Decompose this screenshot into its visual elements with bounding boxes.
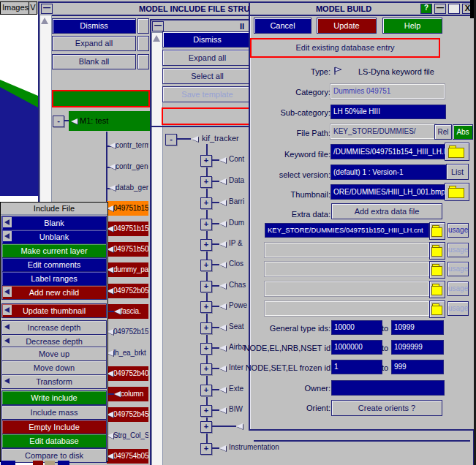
selection-filter-box[interactable] xyxy=(162,107,253,125)
menu-item-blank[interactable]: Blank xyxy=(1,216,107,230)
include-row[interactable]: 049752b45 xyxy=(107,407,148,422)
blank-all-button[interactable]: Blank all xyxy=(52,54,136,69)
item-arrow-icon[interactable] xyxy=(219,303,226,309)
expand-toggle[interactable]: + xyxy=(200,176,212,188)
rel-path-button[interactable]: Rel xyxy=(434,124,452,140)
browse-keyword-button[interactable] xyxy=(445,143,469,161)
browse-extra-button[interactable] xyxy=(429,281,445,298)
save-template-button[interactable]: Save template xyxy=(162,86,252,102)
item-arrow-icon[interactable] xyxy=(219,387,226,393)
usage-button[interactable]: usage xyxy=(447,262,469,276)
clipped-button[interactable] xyxy=(137,36,149,51)
expand-toggle[interactable]: + xyxy=(200,197,212,209)
include-row[interactable]: fascia. xyxy=(107,304,148,319)
version-list-button[interactable]: List xyxy=(446,164,469,180)
item-arrow-icon[interactable] xyxy=(192,136,198,142)
item-arrow-icon[interactable] xyxy=(219,178,226,184)
expand-toggle[interactable]: + xyxy=(200,421,212,433)
minimize-icon[interactable]: — xyxy=(152,21,164,31)
usage-button[interactable]: usage xyxy=(447,243,469,257)
general-ids-to-field[interactable]: 10999 xyxy=(391,320,444,335)
dismiss-button[interactable]: Dismiss xyxy=(162,31,252,48)
minimize-icon[interactable]: — xyxy=(41,4,53,14)
expand-toggle[interactable]: + xyxy=(200,260,212,271)
item-arrow-icon[interactable] xyxy=(219,283,226,289)
item-arrow-icon[interactable] xyxy=(109,185,116,191)
item-arrow-icon[interactable] xyxy=(219,366,226,371)
include-row[interactable]: dummy_pa xyxy=(107,262,148,277)
usage-button[interactable]: usage xyxy=(447,281,469,296)
menu-images[interactable]: Images xyxy=(1,2,29,14)
menu-item-edit-comments[interactable]: Edit comments xyxy=(1,257,107,272)
item-arrow-icon[interactable] xyxy=(219,262,226,268)
item-arrow-icon[interactable] xyxy=(219,200,226,205)
help-icon[interactable]: ? xyxy=(420,4,432,14)
menu-item-make-current-layer[interactable]: Make current layer xyxy=(1,243,107,258)
expand-toggle[interactable]: + xyxy=(200,343,212,355)
minimize-icon[interactable]: — xyxy=(434,4,446,14)
extra-file-field[interactable] xyxy=(265,243,429,257)
node-id-to-field[interactable]: 1099999 xyxy=(391,340,444,355)
item-arrow-icon[interactable] xyxy=(236,423,243,429)
menu-item-move-down[interactable]: Move down xyxy=(1,360,107,375)
owner-field[interactable] xyxy=(331,380,445,396)
browse-extra-button[interactable] xyxy=(429,261,445,279)
expand-toggle[interactable]: + xyxy=(200,301,212,313)
expand-toggle[interactable]: + xyxy=(200,405,212,417)
item-arrow-icon[interactable] xyxy=(219,407,226,413)
item-arrow-icon[interactable] xyxy=(219,345,226,351)
expand-toggle[interactable]: + xyxy=(200,443,212,455)
browse-extra-button[interactable] xyxy=(429,300,445,318)
model-row[interactable]: M1: test xyxy=(69,111,151,131)
collapse-toggle[interactable]: - xyxy=(53,116,64,127)
browse-thumbnail-button[interactable] xyxy=(445,183,469,201)
subcategory-field[interactable]: LH 50%ile HIII xyxy=(330,105,446,119)
usage-button[interactable]: usage xyxy=(447,301,469,316)
menu-item-label-ranges[interactable]: Label ranges xyxy=(1,271,107,286)
browse-extra-button[interactable] xyxy=(429,242,445,260)
dismiss-button[interactable]: Dismiss xyxy=(52,18,136,34)
item-arrow-icon[interactable] xyxy=(219,241,226,247)
scroll-up-icon[interactable] xyxy=(41,18,48,24)
menu-item-add-new-child[interactable]: Add new child xyxy=(1,285,107,300)
expand-toggle[interactable]: + xyxy=(200,385,212,396)
clipped-button[interactable] xyxy=(137,18,149,34)
item-arrow-icon[interactable] xyxy=(109,143,116,148)
expand-toggle[interactable]: + xyxy=(200,219,212,230)
menu-item-empty-include[interactable]: Empty Include xyxy=(1,420,107,434)
usage-button[interactable]: usage xyxy=(447,223,469,238)
tree-item-label[interactable]: Instrumentation xyxy=(229,443,298,454)
include-row[interactable]: 049751b15 xyxy=(107,201,148,216)
cancel-button[interactable]: Cancel xyxy=(254,18,311,34)
maximize-icon[interactable] xyxy=(448,4,460,14)
select-all-button[interactable]: Select all xyxy=(162,68,252,84)
include-row[interactable]: contr_term xyxy=(109,140,148,151)
extra-file-field[interactable] xyxy=(265,281,429,296)
item-arrow-icon[interactable] xyxy=(219,445,226,451)
extra-file-field[interactable]: KEY_STORE/DUMMIES/049751b150_HIII_LH.cnt xyxy=(265,223,429,238)
include-row[interactable]: datab_gen xyxy=(109,182,148,194)
scroll-up-icon[interactable] xyxy=(153,35,160,42)
frozen-id-to-field[interactable]: 999 xyxy=(391,360,444,374)
thumbnail-field[interactable]: ORE/DUMMIES/HIII_LH_001.bmp xyxy=(330,184,447,200)
frozen-id-from-field[interactable]: 1 xyxy=(331,360,382,374)
vertical-scrollbar[interactable] xyxy=(151,32,163,465)
include-row[interactable]: 049751b50 xyxy=(107,242,148,257)
create-orients-button[interactable]: Create orients ? xyxy=(331,400,442,416)
item-arrow-icon[interactable] xyxy=(114,391,121,397)
include-row[interactable]: lh_ea_brkt xyxy=(107,346,148,360)
include-row[interactable]: contr_gene xyxy=(109,161,148,173)
menu-item-increase-depth[interactable]: Increase depth xyxy=(1,320,107,335)
add-extra-data-button[interactable]: Add extra data file xyxy=(331,203,442,219)
menu-item-include-mass[interactable]: Include mass xyxy=(1,405,107,420)
browse-extra-button[interactable] xyxy=(429,222,445,240)
abs-path-button[interactable]: Abs xyxy=(453,124,473,140)
menu-item-edit-database[interactable]: Edit database xyxy=(1,434,107,448)
include-row[interactable]: 049751b15 xyxy=(107,222,148,236)
flag-icon[interactable] xyxy=(333,66,343,77)
menu-item-write-include[interactable]: Write include xyxy=(1,390,107,405)
node-id-from-field[interactable]: 1000000 xyxy=(331,340,382,355)
menu-item-unblank[interactable]: Unblank xyxy=(1,230,107,244)
expand-all-button[interactable]: Expand all xyxy=(52,36,136,51)
item-arrow-icon[interactable] xyxy=(219,325,226,330)
